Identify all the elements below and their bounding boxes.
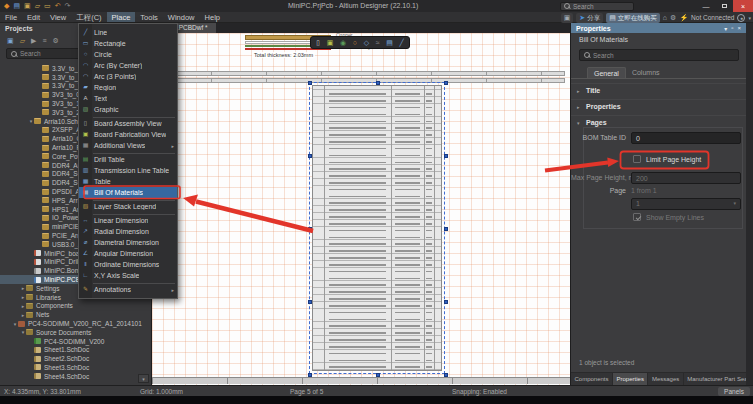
bottom-tab-properties[interactable]: Properties [613,373,648,385]
bom-table-id-field[interactable]: 0 [631,132,741,144]
menu-item-angular-dimension[interactable]: ∠Angular Dimension [79,248,177,259]
tree-item-source-documents[interactable]: ▾Source Documents [0,328,151,337]
selection-handle[interactable] [444,154,448,158]
callout-icon[interactable]: ≈ [376,37,380,48]
bom-table-object[interactable] [312,85,442,371]
menu-view[interactable]: View [45,12,71,22]
tree-item-components[interactable]: ▸Components [0,302,151,311]
project-structure-icon[interactable]: ≡ [42,37,46,44]
limit-page-height-checkbox[interactable] [633,155,641,163]
panel-pin-icon[interactable]: ▫ [731,25,733,32]
menu-item-line[interactable]: ╱Line [79,27,177,38]
menu-item-additional-views[interactable]: ▦Additional Views▸ [79,140,177,151]
tree-item-pc4-sodimm-v200[interactable]: PC4-SODIMM_V200 [0,337,151,346]
open-icon[interactable]: ▱ [35,1,40,11]
selection-handle[interactable] [444,81,448,85]
undo-icon[interactable]: ↶ [55,1,61,11]
global-search-box[interactable]: Search [560,2,634,11]
home-icon[interactable]: ⌂ [663,13,667,23]
menu-item-board-assembly-view[interactable]: ▯Board Assembly View [79,118,177,129]
tree-item-sheet3-schdoc[interactable]: Sheet3.SchDoc [0,363,151,372]
dxp-logo[interactable]: ◆ [4,1,9,11]
panel-close-icon[interactable]: × [737,25,741,32]
table-icon[interactable]: ▤ [386,37,393,48]
section-title[interactable]: ▸Title [571,83,746,97]
tree-item-sheet4-schdoc[interactable]: Sheet4.SchDoc [0,372,151,381]
compile-icon[interactable]: ▶ [31,37,36,45]
menu-item-drill-table[interactable]: ▤Drill Table [79,154,177,165]
menu-item-linear-dimension[interactable]: ↔Linear Dimension [79,215,177,226]
menu-item-diametral-dimension[interactable]: ⌀Diametral Dimension [79,237,177,248]
menu-item-arc-by-center[interactable]: ◠Arc (By Center) [79,60,177,71]
section-properties[interactable]: ▸Properties [571,99,746,113]
close-button[interactable]: × [733,0,753,12]
menu-item-table[interactable]: ▦Table [79,176,177,187]
tree-item-sheet1-schdoc[interactable]: Sheet1.SchDoc [0,346,151,355]
save-icon[interactable]: ▣ [7,37,14,45]
panel-dropdown-icon[interactable]: ▾ [724,25,727,32]
menu-item-layer-stack-legend[interactable]: ▧Layer Stack Legend [79,201,177,212]
tree-item-pc4-sodimm-v200-rc-a1-2014101[interactable]: ▾PC4-SODIMM_V200_RC_A1_2014101 [0,319,151,328]
menu-item-circle[interactable]: ○Circle [79,49,177,60]
tree-item-nets[interactable]: ▸Nets [0,310,151,319]
show-empty-lines-checkbox[interactable] [633,213,641,221]
page-select[interactable]: 1 ▾ [631,198,741,210]
connection-status[interactable]: Not Connected [691,14,734,21]
comment-button[interactable]: ▣ [561,13,574,23]
bottom-tab-messages[interactable]: Messages [648,373,683,385]
region-icon: ▰ [79,82,92,93]
menu-item-text[interactable]: AText [79,93,177,104]
board-assembly-icon[interactable]: ▯ [316,37,320,48]
share-button[interactable]: ➤分享 [576,13,603,23]
restore-button[interactable] [716,0,732,12]
menu-place[interactable]: Place [107,12,136,22]
menu-window[interactable]: Window [163,12,200,22]
menu-edit[interactable]: Edit [22,12,45,22]
menu-item-transmission-line-table[interactable]: ▥Transmission Line Table [79,165,177,176]
project-icon [18,321,25,327]
menu-item-ordinate-dimensions[interactable]: ‖Ordinate Dimensions [79,259,177,270]
minimize-button[interactable]: — [698,0,714,12]
tab-columns[interactable]: Columns [626,67,666,78]
bottom-tab-manufacturer-part-search[interactable]: Manufacturer Part Search [684,373,746,385]
window-title: MiniPC.PrjPcb - Altium Designer (22.10.1… [288,0,418,12]
selection-handle[interactable] [444,300,448,304]
menu-item-region[interactable]: ▰Region [79,82,177,93]
menu-file[interactable]: File [0,12,22,22]
buy-online-button[interactable]: ▤立即在线购买 [606,13,660,23]
line-icon[interactable]: ╱ [399,37,403,48]
new-document-icon[interactable]: ▤ [13,1,20,11]
panels-button[interactable]: Panels [718,387,750,396]
canvas-horizontal-scrollbar[interactable] [152,377,570,384]
center-of-mass-icon[interactable]: ○ [353,37,357,48]
dimension-icon[interactable]: ◇ [364,37,369,48]
import-icon[interactable]: ▭ [44,1,51,11]
settings-icon[interactable]: ⚙ [53,37,59,45]
bottom-tab-components[interactable]: Components [571,373,613,385]
menu-item-radial-dimension[interactable]: ↗Radial Dimension [79,226,177,237]
menu-c[interactable]: 工程(C) [71,12,106,22]
board-fabrication-icon[interactable]: ▣ [327,37,334,48]
menu-tools[interactable]: Tools [135,12,163,22]
menu-item-annotations[interactable]: ✎Annotations▸ [79,284,177,295]
menu-item-board-fabrication-view[interactable]: ▣Board Fabrication View [79,129,177,140]
max-page-height-field[interactable]: 200 [631,172,741,184]
open-icon[interactable]: ▱ [20,37,25,45]
tab-general[interactable]: General [587,67,626,78]
draftsman-canvas[interactable]: CopperSurface Material Bottom SolderBott… [152,33,570,385]
gear-icon[interactable]: ⚙ [670,13,676,23]
properties-search-box[interactable]: Search [579,49,739,61]
account-icon[interactable]: ● [737,14,745,22]
drill-symbol-icon[interactable]: ◉ [340,37,346,48]
menu-item-x-y-axis-scale[interactable]: ∟X,Y Axis Scale [79,270,177,281]
menu-item-graphic[interactable]: ▨Graphic [79,104,177,115]
tree-item-sheet2-schdoc[interactable]: Sheet2.SchDoc [0,354,151,363]
menu-item-bill-of-materials[interactable]: ▤Bill Of Materials [79,187,177,198]
redo-icon[interactable]: ↷ [65,1,71,11]
menu-help[interactable]: Help [200,12,225,22]
menu-item-rectangle[interactable]: ▭Rectangle [79,38,177,49]
save-icon[interactable]: ▣ [24,1,31,11]
selection-handle[interactable] [444,227,448,231]
menu-item-arc-3-points[interactable]: ◠Arc (3 Points) [79,71,177,82]
tree-scroll-down-button[interactable]: ▾ [138,374,149,383]
